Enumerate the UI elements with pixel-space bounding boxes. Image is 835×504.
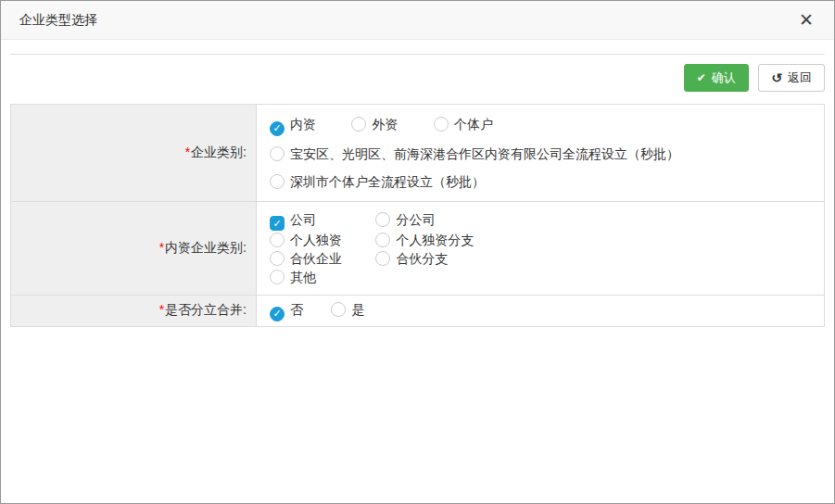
checkbox-option[interactable]: 个人独资分支 xyxy=(375,231,474,249)
row-label: *是否分立合并: xyxy=(11,296,257,327)
toolbar: ✔ 确认 ↺ 返回 xyxy=(10,64,825,92)
table-row-split-merge: *是否分立合并: ✓否 是 xyxy=(11,296,825,327)
form-table: *企业类别: ✓内资 外资 个体户 xyxy=(10,104,825,327)
enterprise-type-dialog: 企业类型选择 ✕ ✔ 确认 ↺ 返回 *企业类别: xyxy=(0,0,835,504)
dialog-title: 企业类型选择 xyxy=(19,12,797,29)
option-line: 个人独资 个人独资分支 xyxy=(270,231,816,249)
checkbox-option[interactable]: 其他 xyxy=(270,268,316,286)
radio-icon xyxy=(270,146,285,161)
checkbox-icon xyxy=(270,270,285,284)
option-line: 深圳市个体户全流程设立（秒批） xyxy=(270,171,816,192)
row-label-text: 企业类别: xyxy=(191,145,247,159)
radio-icon xyxy=(331,302,346,317)
option-line: 其他 xyxy=(270,268,816,286)
option-label: 其他 xyxy=(290,270,316,284)
check-icon: ✓ xyxy=(272,123,281,133)
option-line: ✓内资 外资 个体户 xyxy=(270,114,816,136)
option-label: 个体户 xyxy=(454,117,493,132)
radio-option[interactable]: 宝安区、光明区、前海深港合作区内资有限公司全流程设立（秒批） xyxy=(270,144,679,164)
row-label-text: 是否分立合并: xyxy=(165,302,247,317)
option-label: 个人独资分支 xyxy=(396,233,474,247)
checkbox-option[interactable]: 合伙企业 xyxy=(270,249,372,268)
table-row-domestic-enterprise-category: *内资企业类别: ✓公司 分公司 xyxy=(11,201,825,296)
radio-checked-icon: ✓ xyxy=(270,307,285,321)
option-label: 合伙分支 xyxy=(396,251,448,266)
radio-option[interactable]: 个体户 xyxy=(434,114,493,134)
option-label: 内资 xyxy=(290,117,316,132)
row-options: ✓否 是 xyxy=(257,296,825,327)
radio-option[interactable]: ✓内资 xyxy=(270,114,316,136)
dialog-content: ✔ 确认 ↺ 返回 *企业类别: ✓内资 xyxy=(1,40,834,327)
required-marker: * xyxy=(159,240,164,255)
table-row-enterprise-category: *企业类别: ✓内资 外资 个体户 xyxy=(11,105,825,202)
radio-option[interactable]: 是 xyxy=(331,300,364,319)
checkbox-checked-icon: ✓ xyxy=(270,216,285,231)
row-label-text: 内资企业类别: xyxy=(165,240,247,255)
check-icon: ✔ xyxy=(697,71,706,84)
option-label: 合伙企业 xyxy=(290,251,342,266)
row-options: ✓公司 分公司 个人独资 个人独资分支 xyxy=(257,201,825,296)
option-label: 宝安区、光明区、前海深港合作区内资有限公司全流程设立（秒批） xyxy=(290,146,679,161)
row-options: ✓内资 外资 个体户 宝安区、光明区、前海深港合作区内资有限公司全流程设 xyxy=(257,105,825,202)
option-line: 宝安区、光明区、前海深港合作区内资有限公司全流程设立（秒批） xyxy=(270,144,816,164)
confirm-button[interactable]: ✔ 确认 xyxy=(684,64,749,92)
dialog-header: 企业类型选择 ✕ xyxy=(1,1,834,40)
option-label: 是 xyxy=(351,302,364,317)
option-label: 公司 xyxy=(290,212,316,227)
required-marker: * xyxy=(185,145,190,159)
undo-icon: ↺ xyxy=(771,70,782,85)
check-icon: ✓ xyxy=(272,309,281,319)
back-button[interactable]: ↺ 返回 xyxy=(758,64,825,92)
radio-option[interactable]: ✓否 xyxy=(270,300,303,321)
row-label: *企业类别: xyxy=(11,105,257,202)
option-label: 深圳市个体户全流程设立（秒批） xyxy=(290,174,485,189)
checkbox-icon xyxy=(375,212,390,227)
checkbox-option[interactable]: 合伙分支 xyxy=(375,249,448,268)
checkbox-option[interactable]: 分公司 xyxy=(375,210,435,229)
checkbox-icon xyxy=(375,251,390,266)
checkbox-icon xyxy=(375,233,390,247)
required-marker: * xyxy=(159,302,164,317)
radio-checked-icon: ✓ xyxy=(270,121,285,136)
option-line: ✓公司 分公司 xyxy=(270,210,816,232)
option-line: ✓否 是 xyxy=(270,300,816,321)
back-button-label: 返回 xyxy=(788,69,812,86)
radio-option[interactable]: 深圳市个体户全流程设立（秒批） xyxy=(270,171,485,192)
option-label: 否 xyxy=(290,302,303,317)
checkbox-option[interactable]: ✓公司 xyxy=(270,210,372,232)
check-icon: ✓ xyxy=(272,219,281,229)
close-icon[interactable]: ✕ xyxy=(797,9,816,31)
radio-icon xyxy=(351,117,366,132)
content-panel: ✔ 确认 ↺ 返回 *企业类别: ✓内资 xyxy=(10,54,825,327)
checkbox-icon xyxy=(270,251,285,266)
option-line: 合伙企业 合伙分支 xyxy=(270,249,816,268)
checkbox-icon xyxy=(270,233,285,247)
option-label: 外资 xyxy=(372,117,398,132)
checkbox-option[interactable]: 个人独资 xyxy=(270,231,372,249)
confirm-button-label: 确认 xyxy=(712,69,736,86)
option-label: 个人独资 xyxy=(290,233,342,247)
radio-icon xyxy=(270,174,285,189)
radio-icon xyxy=(434,117,449,132)
option-label: 分公司 xyxy=(396,212,435,227)
row-label: *内资企业类别: xyxy=(11,201,257,296)
radio-option[interactable]: 外资 xyxy=(351,114,398,134)
